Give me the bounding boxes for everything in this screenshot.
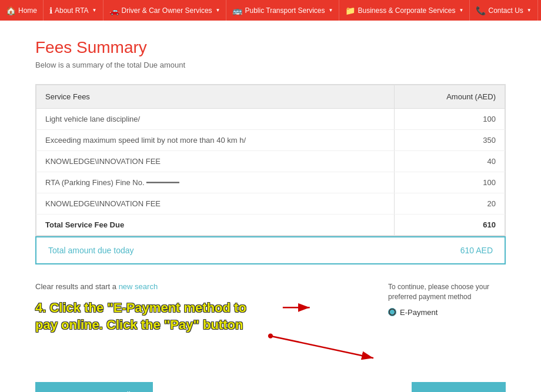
epayment-label: E-Payment: [400, 308, 438, 317]
payment-prompt: To continue, please choose your preferre…: [388, 282, 506, 302]
clear-results-text: Clear results and start a new search: [35, 282, 376, 291]
top-nav: 🏠 Home ℹ About RTA ▼ 🚗 Driver & Car Owne…: [0, 0, 541, 21]
nav-about-rta[interactable]: ℹ About RTA ▼: [44, 0, 103, 21]
amount-header: Amount (AED): [395, 85, 505, 109]
table-row: Total Service Fee Due 610: [36, 215, 505, 236]
amount-cell: 20: [395, 193, 505, 215]
table-row: Exceeding maximum speed limit by not mor…: [36, 130, 505, 151]
service-cell: Total Service Fee Due: [36, 215, 395, 236]
service-cell: KNOWLEDGE\INNOVATION FEE: [36, 193, 395, 215]
chevron-down-icon-2: ▼: [216, 8, 221, 13]
main-content: Fees Summary Below is a summary of the t…: [0, 21, 541, 392]
contrast-toggle[interactable]: ◑: [538, 6, 541, 15]
phone-icon: 📞: [476, 6, 486, 15]
left-section: Clear results and start a new search 4. …: [35, 282, 376, 345]
service-cell: RTA (Parking Fines) Fine No. ━━━━━━━: [36, 172, 395, 193]
home-icon: 🏠: [6, 6, 16, 15]
chevron-down-icon-4: ▼: [459, 8, 464, 13]
amount-cell: 350: [395, 130, 505, 151]
total-label: Total amount due today: [48, 246, 134, 255]
amount-cell: 100: [395, 109, 505, 130]
epayment-radio[interactable]: [388, 308, 396, 316]
fees-table-wrapper: Service Fees Amount (AED) Light vehicle …: [35, 84, 506, 236]
more-payment-button[interactable]: More Payment Details: [35, 382, 153, 392]
bus-icon: 🚌: [232, 6, 242, 15]
car-icon: 🚗: [109, 6, 119, 15]
amount-cell: 40: [395, 151, 505, 172]
briefcase-icon: 📁: [345, 6, 355, 15]
table-row: RTA (Parking Fines) Fine No. ━━━━━━━ 100: [36, 172, 505, 193]
nav-driver-car[interactable]: 🚗 Driver & Car Owner Services ▼: [103, 0, 227, 21]
right-section: To continue, please choose your preferre…: [376, 282, 506, 317]
pay-button[interactable]: Pay: [412, 382, 506, 392]
info-icon: ℹ: [49, 6, 52, 15]
table-row: Light vehicle lane discipline/ 100: [36, 109, 505, 130]
buttons-row: More Payment Details Pay: [35, 382, 506, 392]
nav-business-label: Business & Corporate Services: [358, 6, 455, 15]
total-amount-box: Total amount due today 610 AED: [35, 236, 506, 264]
new-search-link[interactable]: new search: [119, 282, 158, 291]
annotation-area: Clear results and start a new search 4. …: [35, 282, 506, 370]
table-row: KNOWLEDGE\INNOVATION FEE 40: [36, 151, 505, 172]
total-value: 610 AED: [460, 246, 493, 255]
nav-public-transport[interactable]: 🚌 Public Transport Services ▼: [226, 0, 339, 21]
service-cell: Light vehicle lane discipline/: [36, 109, 395, 130]
service-cell: KNOWLEDGE\INNOVATION FEE: [36, 151, 395, 172]
nav-about-label: About RTA: [55, 6, 89, 15]
page-subtitle: Below is a summary of the total Due amou…: [35, 61, 506, 69]
amount-cell: 610: [395, 215, 505, 236]
fees-table: Service Fees Amount (AED) Light vehicle …: [36, 85, 505, 236]
nav-driver-label: Driver & Car Owner Services: [122, 6, 212, 15]
nav-business-corporate[interactable]: 📁 Business & Corporate Services ▼: [339, 0, 470, 21]
service-cell: Exceeding maximum speed limit by not mor…: [36, 130, 395, 151]
nav-contact[interactable]: 📞 Contact Us ▼: [470, 0, 537, 21]
nav-home-label: Home: [18, 6, 37, 15]
chevron-down-icon: ▼: [92, 8, 97, 13]
chevron-down-icon-3: ▼: [329, 8, 333, 13]
payment-option-epayment[interactable]: E-Payment: [388, 308, 506, 317]
nav-home[interactable]: 🏠 Home: [0, 0, 44, 21]
service-fees-header: Service Fees: [36, 85, 395, 109]
accessibility-bar: ◑ 👁 A- A+ 👤 عربي: [538, 0, 541, 21]
nav-contact-label: Contact Us: [488, 6, 523, 15]
amount-cell: 100: [395, 172, 505, 193]
nav-transport-label: Public Transport Services: [245, 6, 325, 15]
table-row: KNOWLEDGE\INNOVATION FEE 20: [36, 193, 505, 215]
chevron-down-icon-5: ▼: [527, 8, 532, 13]
page-title: Fees Summary: [35, 38, 506, 57]
annotation-text: 4. Click the "E-Payment method to pay on…: [35, 300, 259, 333]
